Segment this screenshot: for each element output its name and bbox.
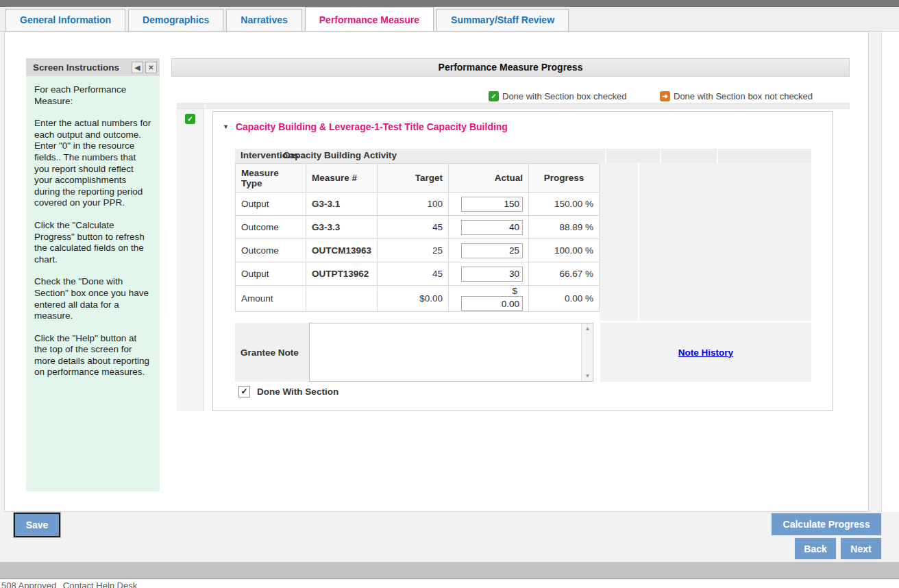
instruction-paragraph: Click the "Help" button at the top of th… — [34, 333, 151, 378]
textarea-scrollbar[interactable]: ▲ ▼ — [581, 323, 593, 381]
actual-input[interactable] — [461, 267, 523, 282]
section-status-column: ✓ — [177, 109, 204, 411]
target-value: 45 — [378, 216, 449, 239]
note-history-link[interactable]: Note History — [678, 347, 733, 358]
sidebar-drag-handle[interactable] — [164, 230, 167, 315]
instruction-paragraph: For each Performance Measure: — [34, 84, 151, 107]
scroll-up-icon[interactable]: ▲ — [582, 323, 593, 334]
tab-bar: General Information Demographics Narrati… — [0, 7, 899, 32]
measure-num: OUTCM13963 — [306, 239, 378, 262]
legend-checked: ✓ Done with Section box checked — [489, 91, 626, 101]
section-list-header-strip — [177, 103, 850, 109]
footer-contact-help-desk-link[interactable]: Contact Help Desk — [63, 580, 137, 588]
page-title: Performance Measure Progress — [171, 58, 850, 77]
save-button[interactable]: Save — [14, 513, 60, 537]
section-collapse-header[interactable]: ▼ Capacity Building & Leverage-1-Test Ti… — [223, 121, 508, 132]
footer-508-approved: 508 Approved — [1, 580, 56, 588]
legend-unchecked-label: Done with Section box not checked — [674, 91, 813, 101]
tab-demographics[interactable]: Demographics — [128, 9, 223, 31]
tab-narratives[interactable]: Narratives — [226, 9, 302, 31]
screen-instructions-header: Screen Instructions ◀ ✕ — [26, 58, 160, 76]
measure-num-empty — [306, 286, 378, 312]
app-window: General Information Demographics Narrati… — [0, 0, 899, 588]
instruction-paragraph: Click the "Calculate Progress" button to… — [34, 220, 151, 265]
legend-unchecked: ➜ Done with Section box not checked — [660, 91, 813, 101]
table-row: Output OUTPT13962 45 66.67 % — [236, 262, 600, 286]
actual-input[interactable] — [461, 197, 523, 212]
collapse-panel-icon[interactable]: ◀ — [132, 62, 143, 73]
grantee-note-field: ▲ ▼ — [309, 323, 593, 382]
grantee-note-label: Grantee Note — [235, 323, 309, 382]
target-value: 100 — [378, 193, 449, 216]
footer-bar — [0, 562, 899, 579]
measure-type: Outcome — [236, 239, 306, 262]
done-with-section: ✓ Done With Section — [238, 386, 338, 397]
actual-input[interactable] — [461, 243, 523, 258]
instruction-paragraph: Check the "Done with Section" box once y… — [34, 276, 151, 321]
table-row: Outcome OUTCM13963 25 100.00 % — [236, 239, 600, 262]
measure-num: G3-3.3 — [306, 216, 378, 239]
table-header-row: Measure Type Measure # Target Actual Pro… — [236, 164, 600, 193]
screen-instructions-title: Screen Instructions — [33, 62, 130, 73]
section-title: Capacity Building & Leverage-1-Test Titl… — [236, 121, 508, 132]
progress-value: 0.00 % — [529, 286, 600, 312]
note-history-panel: Note History — [600, 323, 811, 382]
col-target: Target — [378, 164, 449, 193]
measure-type: Outcome — [236, 216, 306, 239]
actual-input[interactable] — [461, 220, 523, 235]
checked-section-icon: ✓ — [489, 91, 499, 101]
col-measure-num: Measure # — [306, 164, 378, 193]
progress-value: 150.00 % — [529, 193, 600, 216]
next-button[interactable]: Next — [840, 537, 882, 560]
unchecked-section-icon: ➜ — [660, 91, 670, 101]
collapse-triangle-icon[interactable]: ▼ — [223, 123, 229, 130]
back-button[interactable]: Back — [794, 537, 837, 560]
col-measure-type: Measure Type — [236, 164, 306, 193]
performance-measure-section: ▼ Capacity Building & Leverage-1-Test Ti… — [212, 111, 833, 411]
top-chrome-strip — [0, 0, 899, 7]
measure-num: OUTPT13962 — [306, 262, 378, 286]
target-value: 25 — [378, 239, 449, 262]
measure-type: Output — [236, 262, 306, 286]
tab-summary-staff-review[interactable]: Summary/Staff Review — [436, 9, 569, 31]
tab-general-information[interactable]: General Information — [5, 9, 125, 31]
done-with-section-label: Done With Section — [257, 387, 338, 397]
progress-value: 100.00 % — [529, 239, 600, 262]
progress-value: 88.89 % — [529, 216, 600, 239]
section-done-status-icon: ✓ — [185, 114, 195, 124]
close-panel-icon[interactable]: ✕ — [145, 62, 157, 73]
target-value: 45 — [378, 262, 449, 286]
screen-instructions-panel: Screen Instructions ◀ ✕ For each Perform… — [26, 58, 160, 491]
target-value: $0.00 — [378, 286, 449, 312]
instruction-paragraph: Enter the actual numbers for each output… — [34, 118, 151, 209]
interventions-value: Capacity Building Activity — [283, 150, 397, 160]
measure-num: G3-3.1 — [306, 193, 378, 216]
screen-instructions-body: For each Performance Measure: Enter the … — [26, 76, 160, 378]
amount-input[interactable] — [461, 296, 523, 311]
right-gutter — [881, 32, 899, 512]
amount-row: Amount $0.00 $ 0.00 % — [236, 286, 600, 312]
legend-checked-label: Done with Section box checked — [502, 91, 626, 101]
col-actual: Actual — [449, 164, 529, 193]
progress-value: 66.67 % — [529, 262, 600, 286]
footer-area: 508 Approved Contact Help Desk — [0, 580, 899, 588]
scroll-down-icon[interactable]: ▼ — [582, 371, 593, 381]
side-panel-narrow — [600, 163, 638, 321]
measures-table: Measure Type Measure # Target Actual Pro… — [235, 163, 600, 312]
measure-type: Amount — [236, 286, 306, 312]
table-row: Outcome G3-3.3 45 88.89 % — [236, 216, 600, 239]
done-with-section-checkbox[interactable]: ✓ — [238, 386, 250, 397]
grantee-note-textarea[interactable] — [310, 323, 581, 381]
calculate-progress-button[interactable]: Calculate Progress — [771, 513, 882, 536]
interventions-bar: Interventions : Capacity Building Activi… — [235, 149, 811, 163]
side-panel-wide — [639, 163, 811, 321]
table-row: Output G3-3.1 100 150.00 % — [236, 193, 600, 216]
measure-type: Output — [236, 193, 306, 216]
currency-symbol: $ — [454, 286, 523, 296]
col-progress: Progress — [529, 164, 600, 193]
tab-performance-measure[interactable]: Performance Measure — [305, 7, 434, 31]
